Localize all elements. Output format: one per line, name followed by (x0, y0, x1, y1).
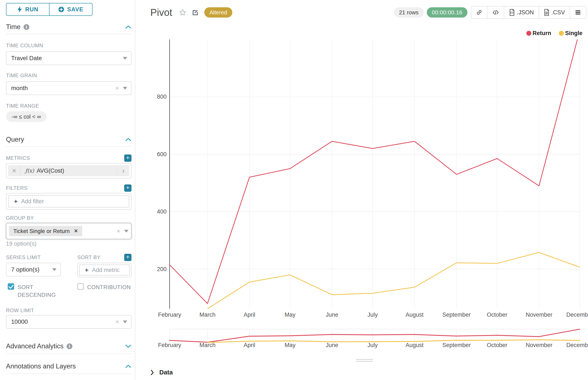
chart-toolbar: .JSON .CSV (471, 6, 586, 19)
x-tick-label: September (442, 312, 471, 318)
metrics-label-row: METRICS + (6, 154, 131, 162)
series-limit-value: 7 option(s) (11, 266, 40, 273)
save-label: SAVE (67, 6, 83, 13)
x-tick-label: November (526, 312, 552, 318)
chevron-up-icon[interactable] (125, 25, 131, 29)
add-sort-metric-button[interactable]: + (124, 254, 131, 261)
row-limit-select[interactable]: 10000 × (6, 315, 131, 329)
add-filter-dropzone[interactable]: + Add filter (8, 195, 129, 208)
run-save-button-group: RUN SAVE (6, 3, 93, 16)
series-limit-select[interactable]: 7 option(s) (6, 263, 61, 276)
run-label: RUN (25, 6, 39, 13)
time-column-value: Travel Date (11, 55, 42, 62)
export-json-button[interactable]: .JSON (504, 6, 539, 19)
add-filter-placeholder: Add filter (21, 198, 44, 205)
time-section-title: Time (6, 23, 20, 31)
x-tick-label: June (326, 312, 338, 318)
add-filter-button[interactable]: + (124, 184, 131, 192)
add-sort-metric-dropzone[interactable]: + Add metric (79, 265, 130, 276)
legend-item-return[interactable]: Return (526, 30, 551, 37)
remove-tag-icon[interactable]: ✕ (74, 228, 78, 234)
chevron-up-icon[interactable] (125, 364, 131, 368)
time-grain-select[interactable]: month × (6, 81, 131, 95)
sort-by-label-row: SORT BY + (77, 254, 131, 261)
sort-descending-label: SORT DESCENDING (18, 283, 61, 299)
advanced-analytics-header[interactable]: Advanced Analytics i (6, 342, 131, 351)
x-tick-label: August (406, 312, 424, 318)
embed-code-button[interactable] (487, 6, 504, 19)
minimap-line-single[interactable] (207, 340, 580, 342)
advanced-analytics-title: Advanced Analytics (6, 342, 64, 350)
time-grain-label: TIME GRAIN (6, 72, 131, 79)
time-column-select[interactable]: Travel Date (6, 51, 131, 65)
remove-metric-icon[interactable]: ✕ (8, 165, 20, 176)
data-section-label: Data (159, 369, 173, 376)
add-metric-placeholder: Add metric (92, 267, 120, 273)
code-icon (492, 9, 499, 15)
time-range-pill[interactable]: -∞ ≤ col < ∞ (6, 111, 46, 122)
minimap-x-label: November (526, 342, 552, 348)
sort-descending-checkbox[interactable] (8, 283, 14, 290)
series-lines (170, 31, 580, 309)
chevron-down-icon[interactable] (125, 344, 131, 348)
query-section-header[interactable]: Query (6, 135, 131, 144)
group-by-tag[interactable]: Ticket Single or Return ✕ (9, 226, 82, 236)
copy-link-button[interactable] (471, 6, 487, 19)
json-file-icon (509, 9, 515, 16)
minimap-x-label: March (199, 342, 215, 348)
chart-panel: Pivot Altered 21 rows 00:00:00.16 (136, 0, 588, 380)
filters-box: + Add filter (6, 193, 131, 210)
chevron-down-icon (123, 57, 127, 60)
annotations-header[interactable]: Annotations and Layers (6, 361, 131, 371)
line-chart: 200400600800FebruaryMarchAprilMayJuneJul… (136, 26, 588, 355)
panel-resize-handle[interactable] (356, 359, 373, 363)
control-panel: RUN SAVE Time i TIME COLUMN Travel Date … (0, 0, 135, 380)
group-by-select[interactable]: Ticket Single or Return ✕ × (6, 223, 131, 239)
altered-badge[interactable]: Altered (204, 7, 232, 18)
annotations-title: Annotations and Layers (6, 362, 76, 370)
y-tick-label: 600 (157, 151, 167, 157)
run-button[interactable]: RUN (6, 3, 49, 15)
minimap-x-label: October (487, 342, 507, 348)
legend-item-single[interactable]: Single (559, 30, 582, 37)
clear-icon[interactable]: × (117, 228, 120, 235)
chevron-right-icon[interactable]: › (117, 165, 129, 176)
metric-value: AVG(Cost) (37, 168, 64, 174)
chevron-down-icon (123, 321, 127, 323)
edit-icon[interactable] (192, 9, 199, 16)
x-tick-label: October (487, 312, 507, 318)
time-section-header[interactable]: Time i (6, 22, 131, 32)
series-line-return (170, 31, 580, 304)
minimap-x-label: July (367, 342, 378, 348)
add-metric-button[interactable]: + (124, 154, 131, 162)
save-button[interactable]: SAVE (49, 3, 92, 15)
function-icon: ƒ(x) (25, 168, 34, 174)
export-csv-label: .CSV (551, 9, 565, 16)
y-tick-label: 400 (157, 209, 167, 215)
favorite-star-icon[interactable] (179, 8, 187, 17)
metric-chip[interactable]: ✕ ƒ(x) AVG(Cost) › (8, 165, 129, 176)
menu-icon (575, 10, 581, 15)
divider (6, 374, 131, 374)
contribution-checkbox[interactable] (77, 283, 84, 290)
csv-file-icon (544, 9, 550, 16)
time-column-label: TIME COLUMN (6, 42, 131, 49)
time-grain-value: month (11, 85, 28, 92)
divider (6, 146, 131, 147)
clear-icon[interactable]: × (115, 85, 119, 92)
chart-legend: ReturnSingle (526, 30, 582, 37)
divider (6, 34, 131, 34)
clear-icon[interactable]: × (115, 318, 119, 325)
minimap-x-label: June (326, 342, 338, 348)
legend-label: Single (565, 30, 582, 37)
minimap-x-label: December (566, 342, 588, 348)
info-icon[interactable]: i (67, 343, 72, 349)
more-options-button[interactable] (569, 6, 586, 19)
chevron-up-icon[interactable] (125, 137, 131, 142)
minimap-x-label: April (244, 342, 255, 348)
export-csv-button[interactable]: .CSV (539, 6, 569, 19)
chart-header: Pivot Altered 21 rows 00:00:00.16 (150, 0, 586, 25)
plus-icon: + (14, 198, 18, 205)
info-icon[interactable]: i (23, 24, 29, 30)
data-section-toggle[interactable]: Data (150, 369, 173, 376)
